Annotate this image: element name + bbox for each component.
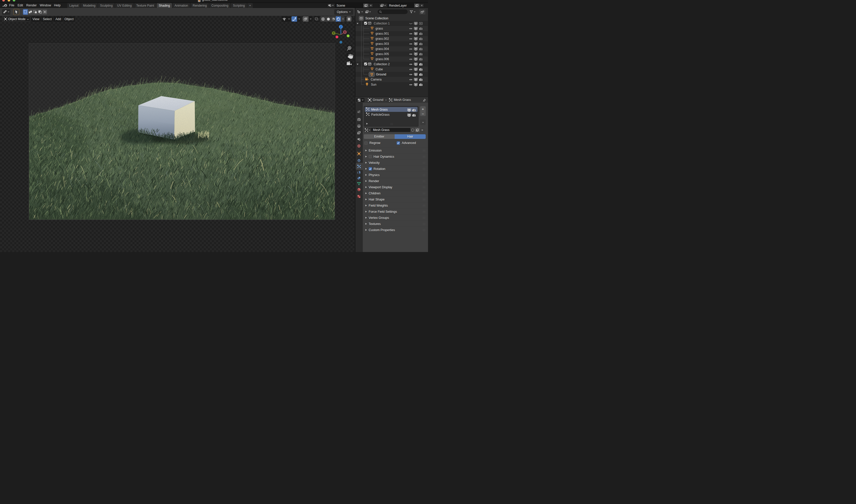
svg-text:Y: Y xyxy=(333,32,335,35)
svg-text:X: X xyxy=(344,31,346,34)
svg-text:Z: Z xyxy=(340,25,342,28)
